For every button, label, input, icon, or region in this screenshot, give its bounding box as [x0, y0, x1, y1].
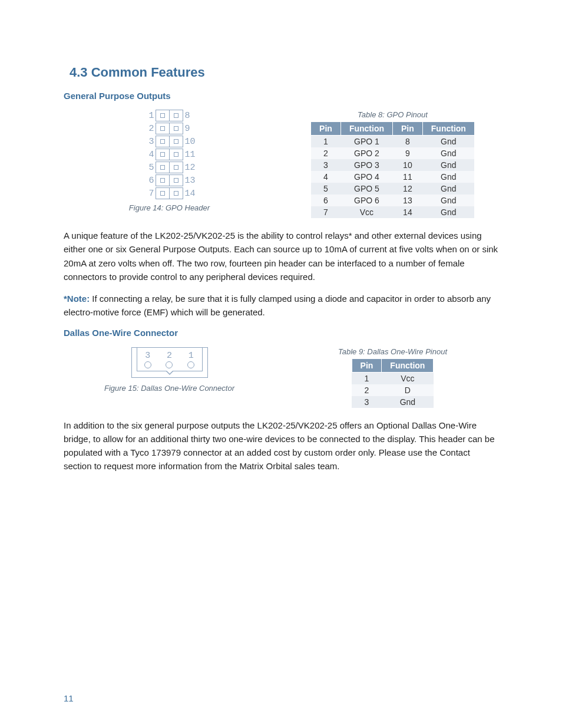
gpo-pad — [169, 162, 183, 173]
gpo-pin-label: 13 — [183, 176, 196, 186]
dallas-connector-diagram: 321 — [131, 347, 208, 378]
gpo-pad — [169, 110, 183, 121]
gpo-figure-col: 1829310411512613714 Figure 14: GPO Heade… — [64, 107, 275, 212]
dallas-figure-caption: Figure 15: Dallas One-Wire Connector — [64, 384, 275, 393]
table-cell: 13 — [393, 195, 423, 206]
table-cell: 5 — [311, 183, 341, 195]
table-cell: GPO 2 — [340, 147, 392, 159]
table-cell: Gnd — [422, 183, 474, 195]
gpo-pad — [156, 149, 170, 160]
table-header: Pin — [393, 122, 423, 136]
table-row: 3GPO 310Gnd — [311, 159, 475, 171]
gpo-pin-label: 6 — [144, 176, 156, 186]
gpo-pad — [169, 174, 183, 186]
table-cell: 8 — [393, 136, 423, 148]
gpo-diagram-row: 512 — [144, 161, 196, 174]
dallas-paragraph: In addition to the six general purpose o… — [64, 419, 498, 473]
dallas-pinout-table: PinFunction1Vcc2D3Gnd — [352, 358, 434, 408]
table-header: Function — [340, 122, 392, 136]
gpo-pad — [169, 187, 183, 199]
table-cell: Gnd — [422, 136, 474, 148]
gpo-pin-label: 5 — [144, 163, 156, 173]
table-cell: 1 — [311, 136, 341, 148]
table-header: Function — [382, 358, 434, 372]
table-row: 1Vcc — [352, 372, 434, 384]
table-cell: Gnd — [422, 171, 474, 183]
table-cell: 14 — [393, 206, 423, 218]
table-cell: GPO 3 — [340, 159, 392, 171]
dallas-table-col: Table 9: Dallas One-Wire Pinout PinFunct… — [287, 344, 498, 408]
gpo-diagram-row: 714 — [144, 187, 196, 200]
table-cell: Vcc — [340, 206, 392, 218]
table-cell: D — [382, 384, 434, 396]
gpo-pin-label: 4 — [144, 150, 156, 160]
gpo-row: 1829310411512613714 Figure 14: GPO Heade… — [64, 107, 498, 218]
dallas-heading: Dallas One-Wire Connector — [64, 328, 498, 338]
page-number: 11 — [64, 693, 74, 703]
gpo-pad — [169, 149, 183, 160]
table-header: Function — [422, 122, 474, 136]
gpo-pad — [156, 162, 170, 173]
gpo-note: *Note: If connecting a relay, be sure th… — [64, 292, 498, 319]
gpo-pad — [156, 110, 170, 121]
page: 4.3 Common Features General Purpose Outp… — [0, 0, 562, 728]
gpo-heading: General Purpose Outputs — [64, 91, 498, 101]
table-cell: Gnd — [382, 396, 434, 408]
table-row: 6GPO 613Gnd — [311, 195, 475, 206]
gpo-pad — [169, 136, 183, 147]
gpo-diagram-row: 411 — [144, 148, 196, 161]
table-cell: 2 — [352, 384, 382, 396]
gpo-pin-label: 2 — [144, 124, 156, 134]
gpo-diagram-row: 18 — [144, 109, 196, 122]
gpo-pin-label: 7 — [144, 189, 156, 199]
gpo-pin-label: 10 — [183, 137, 196, 147]
dallas-row: 321 Figure 15: Dallas One-Wire Connector… — [64, 344, 498, 408]
table-row: 7Vcc14Gnd — [311, 206, 475, 218]
gpo-pin-label: 12 — [183, 163, 196, 173]
table-cell: Gnd — [422, 195, 474, 206]
gpo-pad — [156, 187, 170, 199]
table-header: Pin — [352, 358, 382, 372]
dallas-table-caption: Table 9: Dallas One-Wire Pinout — [287, 347, 498, 356]
table-cell: Gnd — [422, 147, 474, 159]
dallas-pin: 3 — [144, 352, 151, 368]
table-row: 3Gnd — [352, 396, 434, 408]
gpo-diagram-row: 310 — [144, 135, 196, 148]
table-cell: 12 — [393, 183, 423, 195]
gpo-table-col: Table 8: GPO Pinout PinFunctionPinFuncti… — [287, 107, 498, 218]
gpo-table-caption: Table 8: GPO Pinout — [287, 110, 498, 119]
table-cell: 6 — [311, 195, 341, 206]
gpo-pin-label: 14 — [183, 189, 196, 199]
gpo-pad — [156, 123, 170, 134]
table-cell: 3 — [352, 396, 382, 408]
gpo-figure-caption: Figure 14: GPO Header — [64, 203, 275, 212]
dallas-pin: 1 — [187, 352, 194, 368]
dallas-pin: 2 — [166, 352, 173, 368]
gpo-pin-label: 9 — [183, 124, 196, 134]
dallas-figure-col: 321 Figure 15: Dallas One-Wire Connector — [64, 344, 275, 393]
table-cell: GPO 5 — [340, 183, 392, 195]
table-cell: 4 — [311, 171, 341, 183]
table-cell: GPO 1 — [340, 136, 392, 148]
gpo-pin-label: 3 — [144, 137, 156, 147]
gpo-paragraph: A unique feature of the LK202-25/VK202-2… — [64, 229, 498, 284]
table-cell: 9 — [393, 147, 423, 159]
gpo-pad — [169, 123, 183, 134]
table-cell: 7 — [311, 206, 341, 218]
gpo-diagram-row: 613 — [144, 174, 196, 187]
gpo-header-diagram: 1829310411512613714 — [144, 109, 196, 200]
table-row: 2GPO 29Gnd — [311, 147, 475, 159]
table-row: 4GPO 411Gnd — [311, 171, 475, 183]
gpo-pin-label: 1 — [144, 111, 156, 121]
table-cell: 3 — [311, 159, 341, 171]
table-cell: 10 — [393, 159, 423, 171]
note-label: *Note: — [64, 294, 90, 304]
table-cell: 2 — [311, 147, 341, 159]
table-row: 5GPO 512Gnd — [311, 183, 475, 195]
table-cell: GPO 6 — [340, 195, 392, 206]
table-cell: Gnd — [422, 159, 474, 171]
table-header: Pin — [311, 122, 341, 136]
table-cell: GPO 4 — [340, 171, 392, 183]
gpo-diagram-row: 29 — [144, 122, 196, 135]
note-text: If connecting a relay, be sure that it i… — [64, 294, 491, 317]
